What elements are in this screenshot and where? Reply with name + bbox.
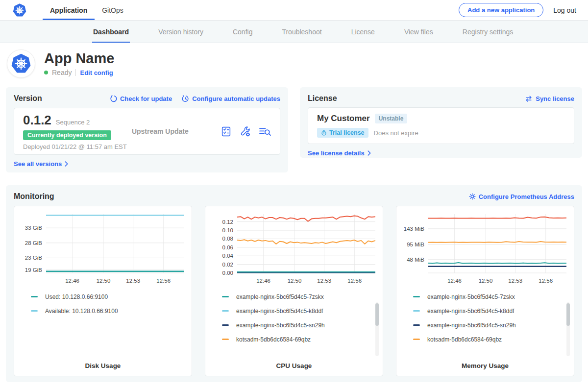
legend-label: example-nginx-5bc6f5d4c5-k8ddf — [236, 308, 323, 315]
legend-item: kotsadm-5db6dc6584-69qbz — [413, 332, 574, 346]
svg-text:12:53: 12:53 — [126, 278, 140, 284]
cpu-usage-title: CPU Usage — [205, 362, 383, 369]
cpu-usage-plot: 12:4612:5012:5312:560.120.100.080.060.04… — [207, 211, 381, 286]
check-for-update-label: Check for update — [120, 95, 172, 102]
legend-swatch-icon — [222, 310, 229, 312]
memory-usage-plot: 12:4612:5012:5312:56143 MiB95 MiB48 MiB — [398, 211, 572, 286]
logs-magnifier-icon — [259, 126, 271, 137]
tab-dashboard[interactable]: Dashboard — [92, 21, 130, 43]
svg-text:48 MiB: 48 MiB — [407, 257, 424, 263]
logout-link[interactable]: Log out — [553, 6, 576, 14]
current-version-panel: 0.1.2 Sequence 2 Currently deployed vers… — [14, 108, 280, 155]
version-card-actions: Check for update Configure automatic upd… — [110, 95, 280, 102]
svg-text:0.10: 0.10 — [222, 227, 233, 233]
legend-scrollbar[interactable] — [375, 302, 379, 356]
svg-text:95 MiB: 95 MiB — [407, 242, 424, 247]
memory-usage-chart-card: 12:4612:5012:5312:56143 MiB95 MiB48 MiBe… — [396, 206, 574, 376]
version-card: Version Check for update — [6, 87, 288, 172]
svg-text:23 GiB: 23 GiB — [25, 255, 42, 261]
schedule-update-icon — [182, 95, 189, 102]
monitoring-title: Monitoring — [14, 192, 54, 201]
configure-prometheus-link[interactable]: Configure Prometheus Address — [469, 193, 574, 200]
see-license-details-link[interactable]: See license details — [308, 149, 371, 157]
license-type-badge: Trial license — [317, 128, 368, 138]
legend-swatch-icon — [31, 310, 38, 312]
configure-automatic-updates-link[interactable]: Configure automatic updates — [182, 95, 280, 102]
svg-text:0.00: 0.00 — [222, 270, 233, 276]
app-subnav: DashboardVersion historyConfigTroublesho… — [0, 21, 588, 43]
license-card-head: License Sync license — [308, 94, 574, 103]
svg-text:12:56: 12:56 — [539, 278, 553, 284]
cards-row: Version Check for update — [6, 87, 582, 172]
svg-text:12:53: 12:53 — [317, 278, 331, 284]
version-sequence: Sequence 2 — [56, 119, 90, 126]
top-tab-application[interactable]: Application — [43, 0, 95, 20]
edit-config-values-button[interactable] — [240, 126, 251, 137]
status-dot-icon — [44, 71, 48, 74]
kubernetes-logo-icon[interactable] — [12, 3, 27, 18]
gear-icon — [469, 193, 476, 200]
tab-version-history[interactable]: Version history — [157, 21, 204, 43]
legend-label: kotsadm-5db6dc6584-69qbz — [427, 336, 502, 343]
svg-text:0.06: 0.06 — [222, 244, 233, 250]
legend-label: example-nginx-5bc6f5d4c5-7zskx — [427, 293, 515, 300]
legend-item: example-nginx-5bc6f5d4c5-k8ddf — [222, 304, 383, 318]
svg-text:12:56: 12:56 — [156, 278, 171, 284]
legend-label: example-nginx-5bc6f5d4c5-k8ddf — [427, 308, 514, 315]
legend-item: Available: 10.128.0.66:9100 — [31, 304, 192, 318]
legend-label: example-nginx-5bc6f5d4c5-sn29h — [236, 322, 325, 329]
monitoring-card: Monitoring Configure Prometheus Address … — [6, 185, 582, 382]
svg-text:0.02: 0.02 — [222, 262, 233, 268]
preflight-checks-button[interactable] — [220, 126, 232, 137]
version-action-icons — [220, 126, 271, 137]
legend-swatch-icon — [413, 310, 420, 312]
sync-license-link[interactable]: Sync license — [525, 95, 574, 102]
tab-registry-settings[interactable]: Registry settings — [462, 21, 514, 43]
legend-scrollbar[interactable] — [566, 302, 570, 356]
see-all-versions-link[interactable]: See all versions — [14, 160, 68, 168]
app-title-block: App Name Ready Edit config — [44, 51, 114, 77]
tab-view-files[interactable]: View files — [403, 21, 434, 43]
license-card-title: License — [308, 94, 337, 103]
dashboard-content: Version Check for update — [0, 87, 588, 382]
customer-name: My Customer — [317, 114, 370, 123]
sync-arrows-icon — [525, 95, 533, 102]
legend-label: Used: 10.128.0.66:9100 — [45, 293, 108, 300]
add-application-button[interactable]: Add a new application — [459, 3, 543, 17]
legend-scrollbar-thumb[interactable] — [566, 303, 570, 326]
top-nav-actions: Add a new application Log out — [459, 0, 576, 20]
chevron-right-icon — [368, 150, 371, 156]
legend-item: example-nginx-5bc6f5d4c5-7zskx — [413, 290, 574, 304]
configure-automatic-updates-label: Configure automatic updates — [192, 95, 280, 102]
top-nav: ApplicationGitOps Add a new application … — [0, 0, 588, 21]
license-panel: My Customer Unstable Trial license Does … — [308, 107, 574, 144]
disk-usage-plot: 12:4612:5012:5312:5633 GiB28 GiB23 GiB19… — [16, 211, 190, 286]
svg-text:12:53: 12:53 — [508, 278, 522, 284]
current-version-info: 0.1.2 Sequence 2 Currently deployed vers… — [23, 113, 127, 150]
charts-row: 12:4612:5012:5312:5633 GiB28 GiB23 GiB19… — [14, 206, 574, 376]
edit-config-link[interactable]: Edit config — [80, 69, 113, 76]
legend-label: example-nginx-5bc6f5d4c5-7zskx — [236, 293, 324, 300]
svg-text:12:46: 12:46 — [256, 278, 270, 284]
disk-usage-title: Disk Usage — [14, 362, 192, 369]
legend-label: example-nginx-5bc6f5d4c5-sn29h — [427, 322, 516, 329]
tab-license[interactable]: License — [350, 21, 376, 43]
check-for-update-link[interactable]: Check for update — [110, 95, 172, 102]
checklist-icon — [220, 126, 232, 137]
deploy-logs-button[interactable] — [259, 126, 271, 137]
version-card-head: Version Check for update — [14, 94, 280, 103]
channel-badge: Unstable — [375, 114, 408, 123]
tab-troubleshoot[interactable]: Troubleshoot — [281, 21, 322, 43]
kubernetes-wheel-icon — [10, 53, 32, 74]
cpu-usage-chart-card: 12:4612:5012:5312:560.120.100.080.060.04… — [205, 206, 383, 376]
legend-scrollbar-thumb[interactable] — [375, 303, 379, 326]
deployed-timestamp: Deployed 01/21/22 @ 11:57 am EST — [23, 143, 127, 150]
svg-text:0.04: 0.04 — [222, 253, 234, 259]
svg-text:19 GiB: 19 GiB — [25, 267, 42, 273]
svg-text:28 GiB: 28 GiB — [25, 240, 42, 246]
legend-item: Used: 10.128.0.66:9100 — [31, 290, 192, 304]
tab-config[interactable]: Config — [232, 21, 253, 43]
disk-usage-chart-card: 12:4612:5012:5312:5633 GiB28 GiB23 GiB19… — [14, 206, 192, 376]
legend-swatch-icon — [222, 339, 229, 340]
top-tab-gitops[interactable]: GitOps — [95, 0, 131, 20]
